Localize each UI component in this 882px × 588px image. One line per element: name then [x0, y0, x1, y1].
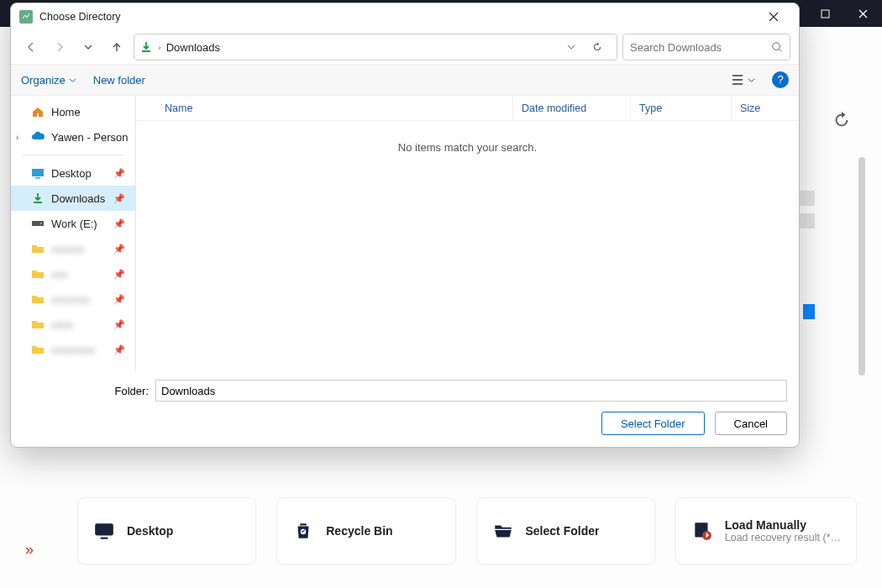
sidebar-item-label: Home: [51, 106, 81, 118]
column-name[interactable]: Name: [136, 96, 513, 120]
home-icon: [31, 105, 45, 118]
no-items-message: No items match your search.: [136, 121, 799, 371]
sidebar-item-onedrive[interactable]: › Yawen - Personal: [11, 124, 135, 150]
sidebar-item-folder[interactable]: xxxx📌: [11, 312, 135, 337]
dialog-nav-row: › Downloads: [11, 30, 799, 64]
pin-icon: 📌: [113, 294, 129, 305]
folder-input[interactable]: [155, 380, 787, 402]
sidebar-item-label: xxxxxxxx: [51, 344, 95, 356]
pin-icon: 📌: [113, 218, 129, 229]
organize-button[interactable]: Organize: [21, 74, 76, 87]
chevron-right-icon: ›: [158, 42, 161, 52]
pin-icon: 📌: [113, 269, 129, 280]
dialog-toolbar: Organize New folder ?: [11, 64, 799, 96]
search-icon: [771, 41, 783, 53]
bg-card-recycle[interactable]: Recycle Bin: [276, 497, 455, 564]
bg-card-sublabel: Load recovery result (*…: [725, 532, 841, 543]
sidebar-item-label: xxxx: [51, 318, 73, 331]
dialog-footer: Folder: Select Folder Cancel: [11, 371, 799, 447]
folder-icon: [31, 343, 45, 356]
column-date[interactable]: Date modified: [513, 96, 631, 120]
folder-icon: [31, 242, 45, 255]
sidebar-item-label: xxxxxx: [51, 243, 84, 255]
bg-card-label: Recycle Bin: [326, 524, 392, 538]
app-icon: [19, 10, 33, 24]
sidebar-item-desktop[interactable]: Desktop 📌: [11, 160, 135, 186]
column-headers: Name Date modified Type Size: [136, 96, 799, 121]
sidebar-item-home[interactable]: Home: [11, 99, 135, 124]
search-box[interactable]: [622, 34, 790, 60]
breadcrumb-downloads[interactable]: Downloads: [166, 41, 220, 54]
chevron-down-icon: [69, 76, 76, 84]
nav-forward-button[interactable]: [48, 35, 71, 59]
svg-rect-1: [95, 523, 113, 535]
nav-up-button[interactable]: [105, 35, 129, 59]
bg-maximize-button[interactable]: [806, 0, 844, 27]
svg-rect-0: [822, 10, 829, 18]
sidebar-item-label: xxx: [51, 268, 68, 281]
bg-placeholder: [800, 213, 815, 228]
address-bar[interactable]: › Downloads: [134, 34, 617, 60]
pin-icon: 📌: [113, 244, 129, 255]
cancel-button[interactable]: Cancel: [715, 412, 787, 435]
view-mode-button[interactable]: [731, 74, 755, 86]
svg-rect-2: [101, 538, 108, 539]
bg-refresh-icon[interactable]: [832, 111, 853, 131]
drive-icon: [31, 217, 45, 230]
sidebar-item-folder[interactable]: xxxxxx📌: [11, 236, 135, 261]
sidebar-item-folder[interactable]: xxx📌: [11, 261, 135, 286]
bg-close-button[interactable]: [844, 0, 882, 27]
address-refresh-icon[interactable]: [591, 41, 612, 53]
cloud-icon: [31, 130, 45, 144]
sidebar-item-label: Yawen - Personal: [51, 131, 129, 144]
sidebar-item-downloads[interactable]: Downloads 📌: [11, 186, 135, 211]
folder-open-icon: [492, 520, 514, 542]
bg-card-desktop[interactable]: Desktop: [77, 497, 256, 564]
svg-rect-9: [35, 177, 40, 179]
bg-selected-indicator: [803, 304, 815, 319]
bg-expand-icon[interactable]: »: [25, 541, 34, 559]
dialog-titlebar: Choose Directory: [11, 3, 799, 30]
help-button[interactable]: ?: [772, 71, 789, 88]
sidebar-item-label: Work (E:): [51, 218, 97, 230]
svg-point-11: [40, 223, 42, 224]
choose-directory-dialog: Choose Directory › Downloads Organize Ne…: [10, 3, 800, 448]
new-folder-button[interactable]: New folder: [93, 74, 145, 87]
dialog-close-button[interactable]: [757, 5, 790, 29]
bg-card-label: Desktop: [127, 524, 173, 538]
address-dropdown-icon[interactable]: [566, 42, 586, 52]
svg-rect-8: [32, 169, 44, 176]
pin-icon: 📌: [113, 193, 129, 204]
bg-scrollbar[interactable]: [858, 157, 865, 375]
nav-back-button[interactable]: [19, 35, 43, 59]
dialog-title: Choose Directory: [39, 11, 121, 23]
bg-card-load-manually[interactable]: Load ManuallyLoad recovery result (*…: [675, 497, 857, 564]
search-input[interactable]: [630, 41, 771, 54]
download-icon: [139, 40, 153, 54]
chevron-down-icon: [748, 76, 755, 84]
bg-card-label: Select Folder: [526, 524, 600, 538]
svg-point-7: [773, 43, 780, 50]
pin-icon: 📌: [113, 319, 129, 330]
monitor-icon: [93, 520, 115, 542]
trash-icon: [292, 520, 314, 542]
sidebar: Home › Yawen - Personal Desktop 📌 Downlo…: [11, 96, 136, 371]
nav-recent-button[interactable]: [76, 35, 100, 59]
chevron-right-icon: ›: [16, 133, 18, 142]
download-icon: [31, 192, 45, 205]
desktop-icon: [31, 166, 45, 180]
folder-icon: [31, 318, 45, 331]
bg-card-select-folder[interactable]: Select Folder: [476, 497, 655, 564]
sidebar-item-folder[interactable]: xxxxxxxx📌: [11, 337, 135, 362]
sidebar-item-work-drive[interactable]: Work (E:) 📌: [11, 211, 135, 236]
sidebar-item-label: xxxxxxx: [51, 293, 90, 306]
bg-location-cards: Desktop Recycle Bin Select Folder Load M…: [77, 497, 857, 564]
folder-icon: [31, 292, 45, 306]
select-folder-button[interactable]: Select Folder: [601, 412, 705, 435]
sidebar-item-label: Desktop: [51, 167, 92, 180]
pin-icon: 📌: [113, 344, 129, 355]
column-type[interactable]: Type: [631, 96, 732, 120]
column-size[interactable]: Size: [732, 96, 799, 120]
file-list-area: Name Date modified Type Size No items ma…: [136, 96, 799, 371]
sidebar-item-folder[interactable]: xxxxxxx📌: [11, 286, 135, 312]
